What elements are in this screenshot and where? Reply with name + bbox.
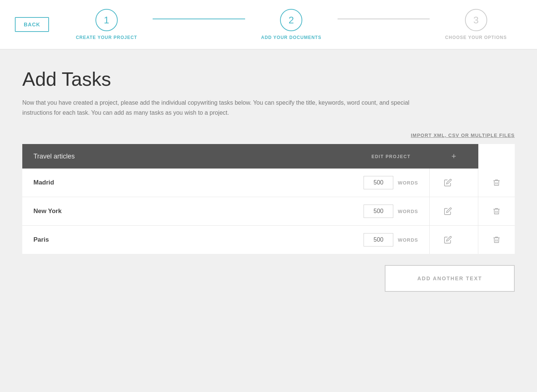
task-edit-cell-3 bbox=[430, 226, 478, 254]
import-link[interactable]: IMPORT XML, CSV OR MULTIPLE FILES bbox=[22, 133, 515, 138]
edit-icon-2 bbox=[444, 207, 452, 215]
step-2: 2 ADD YOUR DOCUMENTS bbox=[245, 9, 338, 40]
task-delete-button-3[interactable] bbox=[489, 234, 504, 245]
main-content: Add Tasks Now that you have created a pr… bbox=[0, 49, 537, 314]
edit-project-cell: EDIT PROJECT bbox=[352, 144, 429, 169]
task-edit-button-1[interactable] bbox=[441, 177, 455, 188]
words-input-1[interactable] bbox=[364, 176, 393, 189]
words-input-2[interactable] bbox=[364, 205, 393, 218]
task-name-1: Madrid bbox=[33, 179, 54, 186]
task-delete-button-1[interactable] bbox=[489, 177, 504, 188]
task-edit-button-3[interactable] bbox=[441, 234, 455, 245]
task-name-3: Paris bbox=[33, 236, 49, 243]
task-delete-button-2[interactable] bbox=[489, 206, 504, 217]
action-bar: ADD ANOTHER TEXT bbox=[22, 265, 515, 292]
step-2-label: ADD YOUR DOCUMENTS bbox=[261, 35, 321, 40]
task-edit-cell-1 bbox=[430, 169, 478, 197]
stepper-bar: BACK 1 CREATE YOUR PROJECT 2 ADD YOUR DO… bbox=[0, 0, 537, 49]
words-input-3[interactable] bbox=[364, 233, 393, 246]
task-words-cell-1: WORDS bbox=[352, 169, 429, 197]
step-3-circle: 3 bbox=[465, 9, 487, 31]
edit-project-button[interactable]: EDIT PROJECT bbox=[371, 154, 410, 159]
task-words-cell-3: WORDS bbox=[352, 226, 429, 254]
step-2-circle: 2 bbox=[280, 9, 302, 31]
step-1: 1 CREATE YOUR PROJECT bbox=[60, 9, 153, 40]
task-edit-button-2[interactable] bbox=[441, 206, 455, 217]
step-1-label: CREATE YOUR PROJECT bbox=[76, 35, 137, 40]
trash-icon-1 bbox=[492, 179, 501, 187]
project-name: Travel articles bbox=[33, 153, 75, 160]
back-button[interactable]: BACK bbox=[15, 17, 49, 32]
words-label-3: WORDS bbox=[398, 237, 418, 243]
task-delete-cell-1 bbox=[478, 169, 515, 197]
add-task-cell: + bbox=[430, 144, 478, 169]
steps-container: 1 CREATE YOUR PROJECT 2 ADD YOUR DOCUMEN… bbox=[60, 9, 522, 40]
step-3-label: CHOOSE YOUR OPTIONS bbox=[445, 35, 507, 40]
task-name-2: New York bbox=[33, 208, 62, 215]
task-table: Travel articles EDIT PROJECT + Madrid WO… bbox=[22, 144, 515, 254]
tasks-body: Madrid WORDS bbox=[22, 169, 515, 254]
task-words-cell-2: WORDS bbox=[352, 197, 429, 226]
page-description: Now that you have created a project, ple… bbox=[22, 98, 431, 118]
page-title: Add Tasks bbox=[22, 68, 515, 90]
step-3: 3 CHOOSE YOUR OPTIONS bbox=[430, 9, 522, 40]
table-header: Travel articles EDIT PROJECT + bbox=[22, 144, 515, 169]
edit-icon-1 bbox=[444, 179, 452, 187]
words-label-2: WORDS bbox=[398, 209, 418, 214]
connector-2 bbox=[338, 19, 430, 19]
connector-1 bbox=[153, 19, 245, 19]
add-task-button[interactable]: + bbox=[452, 151, 456, 161]
step-1-circle: 1 bbox=[95, 9, 118, 31]
words-label-1: WORDS bbox=[398, 180, 418, 186]
project-name-cell: Travel articles bbox=[22, 144, 352, 169]
task-row-2: New York WORDS bbox=[22, 197, 515, 226]
trash-icon-3 bbox=[492, 236, 501, 244]
task-row-3: Paris WORDS bbox=[22, 226, 515, 254]
task-row-1: Madrid WORDS bbox=[22, 169, 515, 197]
add-another-button[interactable]: ADD ANOTHER TEXT bbox=[385, 265, 515, 292]
task-name-cell-2: New York bbox=[22, 197, 352, 226]
trash-icon-2 bbox=[492, 207, 501, 215]
task-edit-cell-2 bbox=[430, 197, 478, 226]
task-name-cell-3: Paris bbox=[22, 226, 352, 254]
task-delete-cell-3 bbox=[478, 226, 515, 254]
edit-icon-3 bbox=[444, 236, 452, 244]
task-delete-cell-2 bbox=[478, 197, 515, 226]
task-name-cell-1: Madrid bbox=[22, 169, 352, 197]
